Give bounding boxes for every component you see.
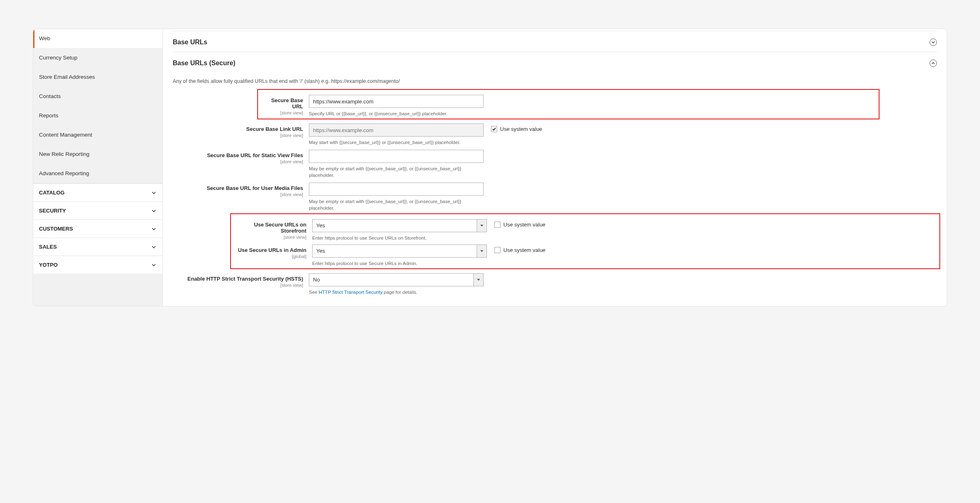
sidebar-item-label: Content Management — [39, 132, 92, 138]
field-scope: [store view] — [173, 192, 303, 197]
row-secure-static-url: Secure Base URL for Static View Files [s… — [173, 146, 937, 179]
secure-base-link-url-input — [309, 123, 484, 137]
hint-pre: See — [309, 290, 319, 295]
sidebar-item-label: Reports — [39, 112, 58, 119]
sidebar-item-contacts[interactable]: Contacts — [33, 87, 162, 106]
field-label: Use Secure URLs on Storefront — [233, 222, 306, 234]
row-hsts: Enable HTTP Strict Transport Security (H… — [173, 270, 937, 296]
hsts-select[interactable] — [309, 273, 473, 286]
field-scope: [store view] — [173, 133, 303, 138]
field-hint: May start with {{secure_base_url}} or {{… — [309, 139, 484, 146]
field-hint: Enter https protocol to use Secure URLs … — [312, 235, 487, 241]
field-hint: See HTTP Strict Transport Security page … — [309, 289, 484, 295]
sidebar: Web Currency Setup Store Email Addresses… — [33, 29, 163, 306]
section-head-base-urls[interactable]: Base URLs — [173, 31, 937, 52]
sidebar-cat-customers[interactable]: CUSTOMERS — [33, 219, 162, 238]
field-hint: May be empty or start with {{secure_base… — [309, 165, 484, 178]
use-system-value-label: Use system value — [503, 247, 546, 253]
field-scope: [global] — [233, 254, 306, 259]
use-system-value-checkbox[interactable] — [491, 126, 497, 132]
dropdown-button[interactable] — [477, 245, 487, 258]
section-note: Any of the fields allow fully qualified … — [173, 73, 937, 88]
secure-admin-select[interactable] — [312, 245, 477, 258]
secure-base-url-input[interactable] — [309, 95, 484, 108]
field-label: Secure Base URL — [260, 97, 303, 110]
section-title: Base URLs — [173, 39, 207, 46]
field-scope: [store view] — [173, 283, 303, 288]
sidebar-cat-catalog[interactable]: CATALOG — [33, 183, 162, 201]
field-hint: May be empty or start with {{secure_base… — [309, 198, 484, 211]
sidebar-item-web[interactable]: Web — [33, 29, 162, 48]
field-label: Secure Base Link URL — [173, 126, 303, 132]
sidebar-item-store-email-addresses[interactable]: Store Email Addresses — [33, 67, 162, 87]
config-panel: Web Currency Setup Store Email Addresses… — [33, 29, 947, 306]
sidebar-cat-label: SECURITY — [39, 208, 66, 214]
field-hint: Enter https protocol to use Secure URLs … — [312, 260, 487, 267]
sidebar-item-advanced-reporting[interactable]: Advanced Reporting — [33, 164, 162, 183]
sidebar-item-reports[interactable]: Reports — [33, 106, 162, 125]
use-system-value-wrap: Use system value — [487, 219, 546, 228]
use-system-value-label: Use system value — [503, 222, 546, 228]
section-title: Base URLs (Secure) — [173, 59, 235, 67]
row-secure-media-url: Secure Base URL for User Media Files [st… — [173, 179, 937, 212]
field-label: Secure Base URL for Static View Files — [173, 152, 303, 158]
collapse-icon — [930, 39, 937, 46]
field-label: Enable HTTP Strict Transport Security (H… — [173, 276, 303, 282]
main-content: Base URLs Base URLs (Secure) Any of the … — [163, 29, 947, 306]
sidebar-cat-label: SALES — [39, 244, 57, 250]
sidebar-item-label: Contacts — [39, 93, 61, 99]
chevron-down-icon — [151, 244, 157, 250]
sidebar-cat-yotpo[interactable]: YOTPO — [33, 256, 162, 274]
secure-static-url-input[interactable] — [309, 150, 484, 163]
sidebar-item-currency-setup[interactable]: Currency Setup — [33, 48, 162, 67]
svg-marker-1 — [480, 250, 483, 252]
svg-marker-0 — [480, 225, 483, 227]
sidebar-sub-general: Web Currency Setup Store Email Addresses… — [33, 29, 162, 183]
highlight-secure-base-url: Secure Base URL [store view] Specify URL… — [257, 89, 879, 119]
row-secure-admin: Use Secure URLs in Admin [global] Enter … — [233, 241, 937, 267]
dropdown-button[interactable] — [473, 273, 484, 286]
hint-post: page for details. — [382, 290, 417, 295]
use-system-value-wrap: Use system value — [487, 245, 546, 253]
field-scope: [store view] — [173, 159, 303, 164]
use-system-value-checkbox[interactable] — [494, 247, 500, 253]
chevron-down-icon — [151, 262, 157, 268]
row-secure-storefront: Use Secure URLs on Storefront [store vie… — [233, 216, 937, 241]
sidebar-item-label: Store Email Addresses — [39, 74, 95, 80]
dropdown-button[interactable] — [477, 219, 487, 232]
sidebar-item-new-relic-reporting[interactable]: New Relic Reporting — [33, 144, 162, 164]
row-secure-base-link-url: Secure Base Link URL [store view] May st… — [173, 120, 937, 146]
sidebar-item-label: Web — [39, 35, 50, 41]
sidebar-cat-security[interactable]: SECURITY — [33, 201, 162, 219]
sidebar-cat-sales[interactable]: SALES — [33, 238, 162, 256]
field-label: Use Secure URLs in Admin — [233, 247, 306, 253]
use-system-value-checkbox[interactable] — [494, 222, 500, 228]
field-hint: Specify URL or {{base_url}}, or {{unsecu… — [309, 110, 484, 117]
secure-media-url-input[interactable] — [309, 183, 484, 196]
use-system-value-wrap: Use system value — [484, 123, 542, 132]
expand-icon — [930, 59, 937, 67]
use-system-value-label: Use system value — [500, 126, 542, 132]
sidebar-item-label: Currency Setup — [39, 55, 78, 61]
chevron-down-icon — [151, 208, 157, 214]
sidebar-item-label: New Relic Reporting — [39, 151, 89, 157]
highlight-secure-urls: Use Secure URLs on Storefront [store vie… — [230, 213, 940, 269]
sidebar-cat-label: YOTPO — [39, 262, 58, 268]
chevron-down-icon — [151, 226, 157, 232]
chevron-down-icon — [151, 190, 157, 196]
hsts-link[interactable]: HTTP Strict Transport Security — [319, 290, 383, 295]
field-scope: [store view] — [233, 235, 306, 240]
svg-marker-2 — [477, 279, 480, 281]
sidebar-cat-label: CATALOG — [39, 190, 64, 196]
field-scope: [store view] — [260, 110, 303, 115]
field-label: Secure Base URL for User Media Files — [173, 185, 303, 191]
section-head-base-urls-secure[interactable]: Base URLs (Secure) — [173, 52, 937, 73]
sidebar-cat-label: CUSTOMERS — [39, 226, 73, 232]
secure-storefront-select[interactable] — [312, 219, 477, 232]
sidebar-item-label: Advanced Reporting — [39, 170, 89, 176]
row-secure-base-url: Secure Base URL [store view] Specify URL… — [260, 91, 876, 117]
sidebar-item-content-management[interactable]: Content Management — [33, 125, 162, 144]
